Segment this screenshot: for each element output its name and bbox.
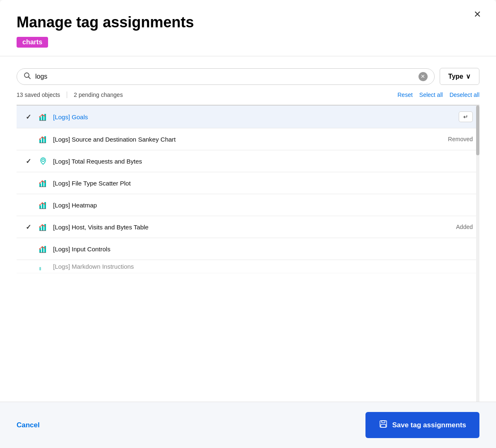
list-item[interactable]: [Logs] Heatmap	[17, 194, 479, 216]
svg-point-7	[42, 114, 43, 116]
svg-point-29	[42, 202, 43, 204]
svg-point-16	[42, 159, 44, 161]
svg-point-30	[44, 204, 46, 205]
search-input[interactable]	[35, 73, 414, 80]
svg-rect-48	[381, 424, 386, 427]
meta-actions: Reset Select all Deselect all	[397, 92, 479, 98]
item-label: [Logs] Total Requests and Bytes	[53, 158, 473, 165]
item-type-icon	[38, 200, 48, 210]
svg-point-43	[42, 246, 43, 248]
svg-rect-33	[44, 224, 46, 231]
svg-rect-26	[44, 202, 46, 209]
clear-icon: ✕	[421, 73, 425, 79]
modal-header: Manage tag assignments charts ✕	[0, 0, 496, 56]
svg-rect-32	[42, 225, 44, 231]
chevron-down-icon: ∨	[466, 72, 471, 80]
item-type-icon	[38, 134, 48, 144]
svg-point-13	[39, 139, 41, 140]
svg-rect-9	[39, 140, 41, 143]
item-label: [Logs] Markdown Instructions	[53, 263, 473, 270]
svg-point-28	[39, 205, 41, 206]
svg-point-14	[42, 137, 43, 138]
type-label: Type	[448, 73, 463, 80]
svg-point-21	[39, 183, 41, 184]
select-all-button[interactable]: Select all	[419, 92, 443, 98]
search-box: ✕	[17, 68, 435, 85]
svg-rect-10	[42, 137, 44, 143]
svg-rect-24	[39, 205, 41, 209]
enter-button[interactable]: ↵	[459, 111, 473, 122]
svg-line-1	[29, 77, 31, 79]
tag-badge: charts	[17, 37, 48, 48]
item-type-icon	[38, 156, 48, 166]
item-type-icon	[38, 244, 48, 254]
item-type-icon	[38, 112, 48, 122]
pending-changes-count: 2 pending changes	[74, 92, 123, 98]
svg-point-23	[44, 182, 46, 183]
item-label: [Logs] Goals	[53, 113, 454, 120]
cancel-button[interactable]: Cancel	[17, 421, 40, 429]
svg-rect-38	[39, 249, 41, 253]
svg-point-42	[39, 248, 41, 250]
svg-point-44	[44, 248, 46, 249]
list-item[interactable]: [Logs] File Type Scatter Plot	[17, 172, 479, 194]
clear-search-button[interactable]: ✕	[419, 72, 428, 81]
close-button[interactable]: ✕	[472, 8, 483, 21]
list-item[interactable]: [Logs] Markdown Instructions	[17, 260, 479, 273]
save-button[interactable]: Save tag assignments	[365, 412, 479, 438]
status-badge: Removed	[448, 136, 473, 142]
svg-rect-25	[42, 203, 44, 209]
search-icon	[24, 72, 31, 81]
svg-rect-31	[39, 227, 41, 231]
svg-rect-17	[39, 183, 41, 187]
item-label: [Logs] File Type Scatter Plot	[53, 180, 473, 187]
item-type-icon	[38, 178, 48, 188]
reset-button[interactable]: Reset	[397, 92, 413, 98]
svg-point-8	[44, 116, 46, 117]
close-icon: ✕	[474, 9, 481, 19]
item-label: [Logs] Input Controls	[53, 246, 473, 253]
item-type-icon	[38, 222, 48, 232]
svg-point-22	[42, 181, 43, 182]
meta-row: 13 saved objects 2 pending changes Reset…	[17, 92, 479, 98]
save-icon	[379, 419, 388, 431]
check-col: ✓	[23, 157, 33, 165]
list-item[interactable]: ✓ [Logs] Goals ↵	[17, 106, 479, 128]
type-filter-button[interactable]: Type ∨	[440, 68, 479, 85]
item-type-icon	[38, 262, 48, 272]
modal: Manage tag assignments charts ✕ ✕	[0, 0, 496, 448]
enter-icon: ↵	[463, 113, 468, 120]
list-item[interactable]: [Logs] Input Controls	[17, 238, 479, 260]
checkmark-icon: ✓	[26, 223, 31, 231]
checkmark-icon: ✓	[26, 157, 31, 165]
list-item[interactable]: ✓ [Logs] Total Requests and Bytes	[17, 150, 479, 172]
svg-rect-19	[44, 180, 46, 187]
item-label: [Logs] Source and Destination Sankey Cha…	[53, 136, 443, 143]
search-row: ✕ Type ∨	[17, 68, 479, 85]
status-badge: Added	[456, 224, 473, 230]
checkmark-icon: ✓	[26, 113, 31, 121]
svg-rect-40	[44, 246, 46, 253]
list-item[interactable]: [Logs] Source and Destination Sankey Cha…	[17, 128, 479, 150]
item-label: [Logs] Heatmap	[53, 202, 473, 209]
svg-rect-11	[44, 136, 46, 143]
saved-objects-count: 13 saved objects	[17, 92, 60, 98]
check-col: ✓	[23, 223, 33, 231]
item-label: [Logs] Host, Visits and Bytes Table	[53, 224, 451, 231]
svg-point-36	[42, 224, 43, 226]
svg-point-35	[39, 226, 41, 228]
list-item[interactable]: ✓ [Logs] Host, Visits and Bytes Table	[17, 216, 479, 238]
svg-rect-47	[382, 421, 385, 423]
save-button-label: Save tag assignments	[392, 421, 466, 429]
modal-title: Manage tag assignments	[17, 13, 479, 31]
deselect-all-button[interactable]: Deselect all	[450, 92, 479, 98]
svg-point-6	[39, 116, 41, 118]
meta-divider	[67, 92, 67, 98]
scrollbar-thumb[interactable]	[476, 106, 479, 155]
scrollbar-track	[476, 106, 479, 402]
modal-footer: Cancel Save tag assignments	[0, 402, 496, 448]
svg-rect-18	[42, 181, 44, 187]
svg-rect-4	[44, 114, 46, 120]
svg-rect-45	[39, 267, 41, 270]
svg-point-15	[44, 138, 46, 139]
